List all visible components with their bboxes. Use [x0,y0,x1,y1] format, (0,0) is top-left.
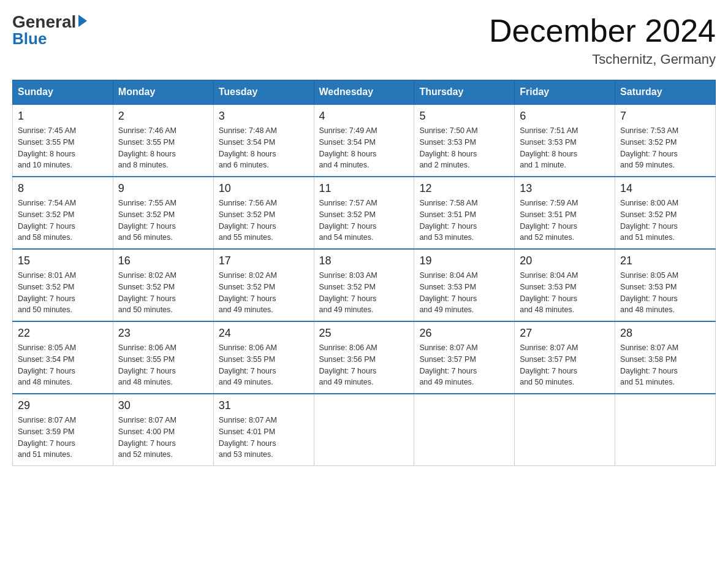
day-info: Sunrise: 7:55 AMSunset: 3:52 PMDaylight:… [118,197,208,243]
day-info: Sunrise: 7:56 AMSunset: 3:52 PMDaylight:… [219,197,309,243]
calendar-cell: 13 Sunrise: 7:59 AMSunset: 3:51 PMDaylig… [515,177,615,249]
col-friday: Friday [515,80,615,105]
day-info: Sunrise: 7:45 AMSunset: 3:55 PMDaylight:… [18,125,108,171]
day-info: Sunrise: 8:07 AMSunset: 3:57 PMDaylight:… [520,342,610,388]
day-info: Sunrise: 7:49 AMSunset: 3:54 PMDaylight:… [319,125,409,171]
header-row: Sunday Monday Tuesday Wednesday Thursday… [13,80,716,105]
day-info: Sunrise: 7:48 AMSunset: 3:54 PMDaylight:… [219,125,309,171]
day-number: 6 [520,110,610,123]
day-number: 25 [319,327,409,340]
day-number: 23 [118,327,208,340]
day-number: 26 [419,327,509,340]
calendar-cell: 10 Sunrise: 7:56 AMSunset: 3:52 PMDaylig… [213,177,314,249]
day-info: Sunrise: 8:07 AMSunset: 3:57 PMDaylight:… [419,342,509,388]
day-number: 28 [620,327,710,340]
day-number: 3 [219,110,309,123]
calendar-week-4: 22 Sunrise: 8:05 AMSunset: 3:54 PMDaylig… [13,321,716,394]
day-info: Sunrise: 8:03 AMSunset: 3:52 PMDaylight:… [319,270,409,316]
day-number: 7 [620,110,710,123]
calendar-cell: 15 Sunrise: 8:01 AMSunset: 3:52 PMDaylig… [13,249,113,321]
day-number: 18 [319,255,409,267]
calendar-cell: 31 Sunrise: 8:07 AMSunset: 4:01 PMDaylig… [213,394,314,466]
day-info: Sunrise: 8:06 AMSunset: 3:56 PMDaylight:… [319,342,409,388]
calendar-cell: 14 Sunrise: 8:00 AMSunset: 3:52 PMDaylig… [615,177,716,249]
day-number: 15 [18,255,108,267]
calendar-cell: 5 Sunrise: 7:50 AMSunset: 3:53 PMDayligh… [414,104,515,177]
calendar-cell: 9 Sunrise: 7:55 AMSunset: 3:52 PMDayligh… [113,177,213,249]
col-monday: Monday [113,80,213,105]
day-number: 24 [219,327,309,340]
day-number: 27 [520,327,610,340]
day-number: 30 [118,399,208,412]
day-info: Sunrise: 8:05 AMSunset: 3:54 PMDaylight:… [18,342,108,388]
day-info: Sunrise: 8:04 AMSunset: 3:53 PMDaylight:… [520,270,610,316]
calendar-cell: 27 Sunrise: 8:07 AMSunset: 3:57 PMDaylig… [515,321,615,394]
calendar-cell: 11 Sunrise: 7:57 AMSunset: 3:52 PMDaylig… [314,177,414,249]
calendar-cell [414,394,515,466]
col-tuesday: Tuesday [213,80,314,105]
day-info: Sunrise: 8:07 AMSunset: 4:00 PMDaylight:… [118,415,208,461]
calendar-week-1: 1 Sunrise: 7:45 AMSunset: 3:55 PMDayligh… [13,104,716,177]
calendar-cell [314,394,414,466]
day-number: 31 [219,399,309,412]
calendar-table: Sunday Monday Tuesday Wednesday Thursday… [12,80,716,466]
calendar-cell: 8 Sunrise: 7:54 AMSunset: 3:52 PMDayligh… [13,177,113,249]
logo: General Blue [12,12,87,48]
calendar-cell: 30 Sunrise: 8:07 AMSunset: 4:00 PMDaylig… [113,394,213,466]
day-number: 22 [18,327,108,340]
calendar-cell: 1 Sunrise: 7:45 AMSunset: 3:55 PMDayligh… [13,104,113,177]
calendar-cell: 25 Sunrise: 8:06 AMSunset: 3:56 PMDaylig… [314,321,414,394]
col-sunday: Sunday [13,80,113,105]
calendar-cell: 17 Sunrise: 8:02 AMSunset: 3:52 PMDaylig… [213,249,314,321]
day-info: Sunrise: 8:06 AMSunset: 3:55 PMDaylight:… [219,342,309,388]
calendar-week-2: 8 Sunrise: 7:54 AMSunset: 3:52 PMDayligh… [13,177,716,249]
day-number: 2 [118,110,208,123]
calendar-cell: 19 Sunrise: 8:04 AMSunset: 3:53 PMDaylig… [414,249,515,321]
calendar-cell: 4 Sunrise: 7:49 AMSunset: 3:54 PMDayligh… [314,104,414,177]
calendar-cell: 24 Sunrise: 8:06 AMSunset: 3:55 PMDaylig… [213,321,314,394]
day-info: Sunrise: 8:07 AMSunset: 4:01 PMDaylight:… [219,415,309,461]
day-info: Sunrise: 8:07 AMSunset: 3:59 PMDaylight:… [18,415,108,461]
col-thursday: Thursday [414,80,515,105]
calendar-cell: 12 Sunrise: 7:58 AMSunset: 3:51 PMDaylig… [414,177,515,249]
day-info: Sunrise: 7:51 AMSunset: 3:53 PMDaylight:… [520,125,610,171]
day-number: 14 [620,182,710,195]
day-number: 5 [419,110,509,123]
day-info: Sunrise: 8:00 AMSunset: 3:52 PMDaylight:… [620,197,710,243]
month-title: December 2024 [489,12,716,49]
calendar-cell: 3 Sunrise: 7:48 AMSunset: 3:54 PMDayligh… [213,104,314,177]
page-header: General Blue December 2024 Tschernitz, G… [12,12,716,67]
day-info: Sunrise: 7:59 AMSunset: 3:51 PMDaylight:… [520,197,610,243]
calendar-header: Sunday Monday Tuesday Wednesday Thursday… [13,80,716,105]
day-number: 12 [419,182,509,195]
day-number: 20 [520,255,610,267]
calendar-cell: 20 Sunrise: 8:04 AMSunset: 3:53 PMDaylig… [515,249,615,321]
day-info: Sunrise: 7:50 AMSunset: 3:53 PMDaylight:… [419,125,509,171]
calendar-cell [515,394,615,466]
day-info: Sunrise: 8:02 AMSunset: 3:52 PMDaylight:… [219,270,309,316]
day-info: Sunrise: 8:07 AMSunset: 3:58 PMDaylight:… [620,342,710,388]
calendar-cell: 7 Sunrise: 7:53 AMSunset: 3:52 PMDayligh… [615,104,716,177]
calendar-cell: 18 Sunrise: 8:03 AMSunset: 3:52 PMDaylig… [314,249,414,321]
day-number: 13 [520,182,610,195]
day-info: Sunrise: 7:54 AMSunset: 3:52 PMDaylight:… [18,197,108,243]
calendar-body: 1 Sunrise: 7:45 AMSunset: 3:55 PMDayligh… [13,104,716,466]
day-number: 29 [18,399,108,412]
col-saturday: Saturday [615,80,716,105]
calendar-week-3: 15 Sunrise: 8:01 AMSunset: 3:52 PMDaylig… [13,249,716,321]
calendar-week-5: 29 Sunrise: 8:07 AMSunset: 3:59 PMDaylig… [13,394,716,466]
day-number: 16 [118,255,208,267]
calendar-cell: 2 Sunrise: 7:46 AMSunset: 3:55 PMDayligh… [113,104,213,177]
day-info: Sunrise: 7:46 AMSunset: 3:55 PMDaylight:… [118,125,208,171]
day-info: Sunrise: 8:06 AMSunset: 3:55 PMDaylight:… [118,342,208,388]
day-number: 9 [118,182,208,195]
day-info: Sunrise: 8:02 AMSunset: 3:52 PMDaylight:… [118,270,208,316]
calendar-cell: 28 Sunrise: 8:07 AMSunset: 3:58 PMDaylig… [615,321,716,394]
calendar-cell: 22 Sunrise: 8:05 AMSunset: 3:54 PMDaylig… [13,321,113,394]
day-number: 8 [18,182,108,195]
calendar-cell: 16 Sunrise: 8:02 AMSunset: 3:52 PMDaylig… [113,249,213,321]
location-title: Tschernitz, Germany [489,52,716,67]
calendar-cell: 21 Sunrise: 8:05 AMSunset: 3:53 PMDaylig… [615,249,716,321]
day-number: 4 [319,110,409,123]
logo-blue-text: Blue [12,29,47,48]
